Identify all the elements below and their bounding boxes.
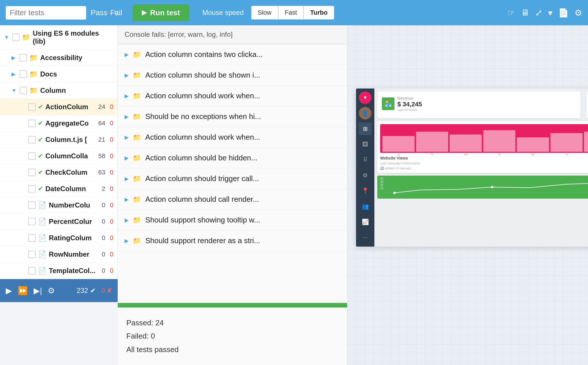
sidebar-item-column[interactable]: ▼ 📁 Column	[0, 82, 117, 99]
test-item[interactable]: ▶ 📁 Action column should work when...	[118, 127, 347, 148]
test-item[interactable]: ▶ 📁 Action column should call render...	[118, 189, 347, 210]
chevron-down-icon[interactable]: ▾	[548, 8, 552, 18]
root-item[interactable]: ▼ 📁 Using ES 6 modules (lib)	[0, 25, 117, 50]
percent-column-fail: 0	[110, 218, 113, 225]
nav-analytics-icon[interactable]: 📈	[359, 216, 372, 228]
step-button[interactable]: ▶|	[34, 286, 42, 295]
test-label: Action column should be shown i...	[145, 71, 260, 80]
document-icon[interactable]: 📄	[558, 8, 569, 18]
check-column-checkbox[interactable]	[28, 169, 36, 176]
test-label: Should support renderer as a stri...	[145, 236, 260, 245]
toolbar-icons: ☞ 🖥 ⤢ ▾ 📄 ⚙	[507, 8, 582, 18]
column-colla-count: 58	[98, 152, 105, 160]
settings-icon[interactable]: ⚙	[575, 8, 582, 18]
test-tree: ▼ 📁 Using ES 6 modules (lib) ▶ 📁 Accessi…	[0, 25, 118, 279]
action-column-checkbox[interactable]	[28, 103, 36, 111]
test-label: Action column should work when...	[145, 91, 260, 100]
check-icon: ✔	[38, 136, 43, 143]
sidebar-item-number-column[interactable]: ▶ 📄 NumberColu 0 0	[0, 197, 117, 214]
nav-people-icon[interactable]: 👥	[359, 200, 372, 213]
dashboard-sidebar: ▼ 👤 ⊞ 🖼 ⠿ ⚙ 📍 👥 📈 ⋯	[356, 89, 374, 247]
nav-apps-icon[interactable]: ⠿	[359, 153, 372, 166]
run-test-button[interactable]: ▶ Run test	[133, 4, 189, 21]
dashboard-content: 🏪 Revenue $ 34,245 Last 24 Hours 🛋	[374, 89, 588, 247]
date-column-checkbox[interactable]	[28, 185, 36, 193]
sidebar-item-row-number[interactable]: ▶ 📄 RowNumber 0 0	[0, 246, 117, 263]
test-item[interactable]: ▶ 📁 Should be no exceptions when hi...	[118, 106, 347, 127]
test-folder-icon: 📁	[133, 216, 141, 224]
check-column-label: CheckColum	[45, 168, 94, 176]
percent-column-checkbox[interactable]	[28, 218, 36, 225]
template-column-label: TemplateCol...	[49, 267, 97, 275]
sidebar-item-check-column[interactable]: ▶ ✔ CheckColum 63 0	[0, 164, 117, 181]
nav-settings-icon[interactable]: ⚙	[359, 169, 372, 182]
expand-icon[interactable]: ⤢	[535, 8, 542, 18]
slow-speed-button[interactable]: Slow	[251, 6, 278, 20]
aggregate-fail: 0	[110, 120, 113, 127]
fast-speed-button[interactable]: Fast	[278, 6, 304, 20]
cursor-icon[interactable]: ☞	[507, 8, 515, 18]
sidebar-item-column-colla[interactable]: ▶ ✔ ColumnColla 58 0	[0, 148, 117, 164]
nav-location-icon[interactable]: 📍	[359, 185, 372, 197]
fast-forward-button[interactable]: ⏩	[18, 286, 28, 295]
sidebar-item-docs[interactable]: ▶ 📁 Docs	[0, 66, 117, 82]
sidebar-item-aggregate[interactable]: ▶ ✔ AggregateCo 64 0	[0, 115, 117, 132]
revenue-card: 🏪 Revenue $ 34,245 Last 24 Hours	[377, 91, 581, 118]
sidebar-item-rating-column[interactable]: ▶ 📄 RatingColum 0 0	[0, 230, 117, 246]
test-item[interactable]: ▶ 📁 Action column should be shown i...	[118, 65, 347, 86]
test-folder-icon: 📁	[133, 154, 141, 162]
revenue-value: $ 34,245	[397, 101, 422, 108]
root-checkbox[interactable]	[12, 34, 20, 41]
template-column-checkbox[interactable]	[28, 267, 36, 274]
sidebar-item-action-column[interactable]: ▶ ✔ ActionColum 24 0	[0, 99, 117, 115]
rating-column-checkbox[interactable]	[28, 234, 36, 242]
console-header: Console fails: [error, warn, log, info]	[118, 25, 347, 44]
monitor-icon[interactable]: 🖥	[521, 8, 529, 18]
failed-count: Failed: 0	[126, 329, 339, 343]
sidebar-item-template-column[interactable]: ▶ 📄 TemplateCol... 0 0	[0, 263, 117, 279]
nav-more-icon[interactable]: ⋯	[359, 231, 372, 244]
percent-column-label: PercentColur	[49, 218, 97, 226]
test-item[interactable]: ▶ 📁 Action column contains two clicka...	[118, 44, 347, 65]
nav-image-icon[interactable]: 🖼	[359, 138, 372, 151]
sidebar-item-accessibility[interactable]: ▶ 📁 Accessibility	[0, 50, 117, 66]
test-item[interactable]: ▶ 📁 Action column should work when...	[118, 86, 347, 106]
test-label: Action column contains two clicka...	[145, 50, 263, 59]
turbo-speed-button[interactable]: Turbo	[303, 6, 334, 20]
expand-arrow: ▶	[11, 55, 17, 61]
collapse-arrow-column: ▼	[11, 88, 17, 94]
action-column-label: ActionColum	[45, 103, 94, 111]
sidebar-item-percent-column[interactable]: ▶ 📄 PercentColur 0 0	[0, 214, 117, 230]
rating-column-label: RatingColum	[49, 234, 97, 242]
test-item[interactable]: ▶ 📁 Action column should trigger call...	[118, 168, 347, 189]
date-column-fail: 0	[110, 185, 113, 193]
test-item[interactable]: ▶ 📁 Should support showing tooltip w...	[118, 210, 347, 230]
number-column-checkbox[interactable]	[28, 201, 36, 209]
bar-col	[584, 132, 588, 152]
pass-label[interactable]: Pass	[91, 8, 107, 17]
docs-checkbox[interactable]	[20, 70, 27, 78]
user-avatar: 👤	[359, 107, 372, 120]
fail-label[interactable]: Fail	[110, 8, 122, 17]
row-number-checkbox[interactable]	[28, 251, 36, 258]
check-icon: ✔	[38, 152, 43, 160]
filter-input[interactable]	[10, 8, 103, 17]
play-button[interactable]: ▶	[6, 286, 12, 295]
nav-grid-icon[interactable]: ⊞	[359, 122, 372, 135]
progress-bar	[118, 303, 347, 308]
sidebar-item-date-column[interactable]: ▶ ✔ DateColumn 2 0	[0, 181, 117, 197]
column-t-label: Column.t.js [	[45, 136, 94, 144]
settings-button[interactable]: ⚙	[48, 286, 55, 295]
revenue-icon: 🏪	[382, 97, 394, 110]
column-t-checkbox[interactable]	[28, 136, 36, 143]
sidebar-item-column-t[interactable]: ▶ ✔ Column.t.js [ 21 0	[0, 132, 117, 148]
check-mark: ✔	[90, 287, 96, 294]
test-item[interactable]: ▶ 📁 Should support renderer as a stri...	[118, 230, 347, 251]
accessibility-checkbox[interactable]	[20, 54, 27, 62]
column-checkbox[interactable]	[20, 87, 27, 94]
test-item[interactable]: ▶ 📁 Action column should be hidden...	[118, 148, 347, 168]
aggregate-checkbox[interactable]	[28, 120, 36, 127]
column-colla-checkbox[interactable]	[28, 152, 36, 160]
root-folder-icon: 📁	[22, 33, 30, 41]
bar-col	[382, 136, 415, 152]
